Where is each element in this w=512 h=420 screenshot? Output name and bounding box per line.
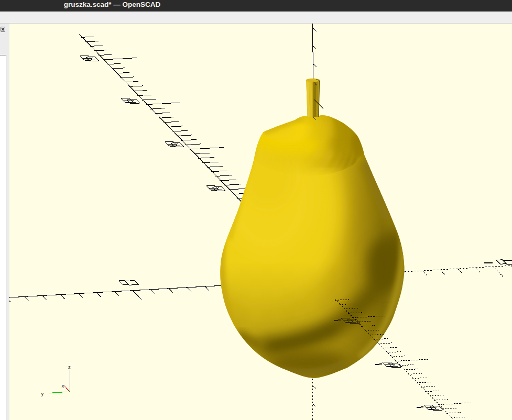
svg-text:y: y xyxy=(41,391,44,396)
svg-text:z: z xyxy=(68,364,71,370)
svg-text:x: x xyxy=(62,383,64,389)
